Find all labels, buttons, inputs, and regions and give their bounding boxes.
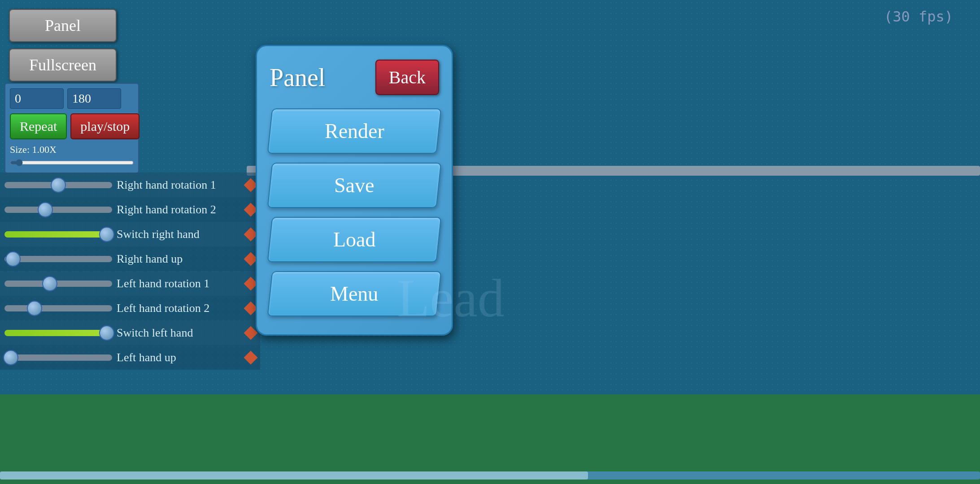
slider-row: Switch right hand [0, 222, 260, 246]
slider-label: Left hand up [117, 351, 176, 364]
size-slider[interactable] [10, 159, 134, 166]
end-value-input[interactable] [67, 88, 121, 109]
slider-label: Left hand rotation 1 [117, 277, 209, 290]
slider-label: Switch left hand [117, 326, 193, 340]
slider-label: Switch right hand [117, 228, 200, 241]
controls-inputs [10, 88, 134, 109]
slider-track[interactable] [4, 231, 112, 238]
slider-thumb[interactable] [51, 177, 66, 193]
panel-modal: Panel Back RenderSaveLoadMenu [256, 45, 453, 336]
slider-thumb[interactable] [42, 276, 57, 291]
slider-row: Left hand up [0, 345, 260, 370]
slider-track[interactable] [4, 182, 112, 188]
controls-buttons: Repeat play/stop [10, 113, 134, 139]
slider-track[interactable] [4, 207, 112, 213]
slider-label: Right hand up [117, 252, 183, 266]
panel-load-button[interactable]: Load [267, 217, 442, 262]
slider-label: Right hand rotation 2 [117, 203, 216, 216]
panel-menu-button[interactable]: Menu [267, 271, 442, 316]
playstop-button[interactable]: play/stop [70, 113, 139, 139]
start-value-input[interactable] [10, 88, 64, 109]
slider-row: Left hand rotation 2 [0, 296, 260, 320]
slider-thumb[interactable] [99, 227, 114, 242]
size-label: Size: 1.00X [10, 144, 134, 156]
panel-modal-title: Panel [270, 63, 325, 92]
panel-save-button[interactable]: Save [267, 163, 442, 208]
panel-render-button[interactable]: Render [267, 108, 442, 154]
green-floor [0, 394, 980, 484]
slider-row: Left hand rotation 1 [0, 271, 260, 296]
slider-rows: Right hand rotation 1Right hand rotation… [0, 173, 260, 370]
slider-thumb[interactable] [38, 202, 53, 217]
slider-thumb[interactable] [27, 301, 42, 316]
bottom-scrollbar-thumb [0, 471, 588, 480]
fullscreen-button[interactable]: Fullscreen [9, 48, 117, 82]
repeat-button[interactable]: Repeat [10, 113, 67, 139]
panel-button[interactable]: Panel [9, 9, 117, 42]
slider-label: Left hand rotation 2 [117, 302, 209, 315]
slider-row: Right hand rotation 2 [0, 197, 260, 222]
slider-track[interactable] [4, 256, 112, 262]
slider-thumb[interactable] [99, 325, 114, 341]
slider-row: Right hand up [0, 246, 260, 271]
diamond-icon [244, 350, 257, 364]
slider-thumb[interactable] [5, 251, 21, 267]
slider-row: Right hand rotation 1 [0, 173, 260, 197]
slider-label: Right hand rotation 1 [117, 178, 216, 192]
bottom-scrollbar[interactable] [0, 471, 980, 480]
diamond-icon [244, 326, 257, 340]
top-left-buttons: Panel Fullscreen [9, 9, 117, 82]
slider-track[interactable] [4, 305, 112, 311]
slider-row: Switch left hand [0, 320, 260, 345]
fps-counter: (30 fps) [884, 8, 953, 25]
slider-track[interactable] [4, 354, 112, 361]
back-button[interactable]: Back [375, 60, 439, 95]
slider-track[interactable] [4, 330, 112, 336]
controls-panel: Repeat play/stop Size: 1.00X [4, 83, 139, 173]
slider-track[interactable] [4, 281, 112, 287]
panel-header: Panel Back [270, 60, 439, 95]
slider-thumb[interactable] [3, 350, 18, 365]
panel-buttons-group: RenderSaveLoadMenu [270, 108, 439, 316]
